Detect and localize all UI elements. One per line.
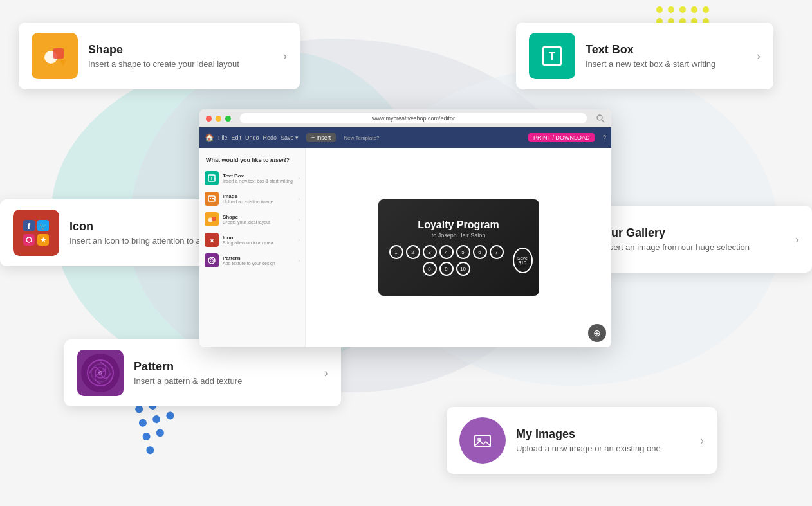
textbox-icon: T: [539, 43, 565, 69]
textbox-card-title: Text Box: [586, 43, 749, 57]
textbox-card-text: Text Box Insert a new text box & start w…: [586, 43, 749, 69]
pattern-svg: [83, 356, 118, 390]
shape-card-icon: [32, 33, 78, 79]
shape-card-text: Shape Insert a shape to create your idea…: [88, 43, 275, 69]
loyalty-card: Loyalty Program to Joseph Hair Salon 1 2…: [378, 199, 539, 296]
sidebar-image-item[interactable]: Image Upload an existing image ›: [199, 189, 305, 208]
textbox-card-icon: T: [529, 33, 575, 79]
nav-file[interactable]: File: [218, 134, 228, 141]
sidebar-shape-text: Shape Create your ideal layout: [223, 214, 294, 224]
shape-icon: [42, 43, 68, 69]
svg-text:T: T: [549, 51, 555, 62]
svg-text:f: f: [28, 221, 31, 231]
svg-point-21: [597, 115, 602, 120]
loyalty-circles: 1 2 3 4 5 6 7 8 9 10: [385, 245, 508, 276]
zoom-button[interactable]: ⊕: [588, 324, 606, 342]
sidebar-icon-icon: ★: [205, 233, 219, 247]
sidebar-icon-text: Icon Bring attention to an area: [223, 235, 294, 245]
browser-content: What would you like to insert? T Text Bo…: [199, 148, 611, 347]
insert-btn[interactable]: + Insert: [306, 133, 336, 142]
gallery-card-title: Our Gallery: [602, 226, 788, 240]
loyalty-circle-9: 9: [439, 262, 454, 276]
loyalty-circle-6: 6: [473, 245, 487, 259]
sidebar-pattern-icon: [205, 253, 219, 267]
gallery-card-text: Our Gallery Insert an image from our hug…: [602, 226, 788, 252]
textbox-card-desc: Insert a new text box & start writing: [586, 59, 749, 69]
icon-icon: f 🐦 ★: [22, 219, 50, 247]
nav-redo[interactable]: Redo: [263, 134, 277, 141]
svg-line-22: [602, 120, 604, 122]
nav-edit[interactable]: Edit: [232, 134, 242, 141]
svg-text:★: ★: [40, 235, 47, 244]
myimages-card-text: My Images Upload a new image or an exist…: [516, 428, 692, 453]
svg-rect-27: [212, 217, 216, 221]
sidebar-textbox-item[interactable]: T Text Box Insert a new text box & start…: [199, 168, 305, 188]
new-template-label: New Template?: [344, 135, 379, 141]
shape-card-title: Shape: [88, 43, 275, 57]
shape-card-arrow: ›: [283, 50, 287, 63]
browser-dot-red: [206, 116, 212, 122]
sidebar-textbox-text: Text Box Insert a new text box & start w…: [223, 173, 294, 183]
browser-main-canvas: Loyalty Program to Joseph Hair Salon 1 2…: [306, 148, 611, 347]
loyalty-save-badge: Save $10: [513, 248, 533, 273]
browser-nav: 🏠 File Edit Undo Redo Save ▾ + Insert Ne…: [199, 127, 611, 148]
shape-card[interactable]: Shape Insert a shape to create your idea…: [19, 23, 300, 89]
svg-point-30: [210, 259, 214, 262]
textbox-card[interactable]: T Text Box Insert a new text box & start…: [516, 23, 773, 89]
loyalty-circle-10: 10: [456, 262, 470, 276]
gallery-card-desc: Insert an image from our huge selection: [602, 242, 788, 252]
browser-url-text: www.mycreativeshop.com/editor: [372, 115, 455, 122]
loyalty-circle-1: 1: [389, 245, 403, 259]
svg-rect-1: [53, 48, 64, 59]
myimages-card-icon: [459, 417, 506, 464]
browser-dot-yellow: [216, 116, 221, 122]
loyalty-circle-5: 5: [456, 245, 470, 259]
browser-mockup: www.mycreativeshop.com/editor 🏠 File Edi…: [199, 109, 611, 347]
pattern-card-text: Pattern Insert a pattern & add texture: [134, 360, 317, 386]
sidebar-textbox-icon: T: [205, 171, 219, 185]
icon-card-icon: f 🐦 ★: [13, 210, 59, 256]
sidebar-pattern-text: Pattern Add texture to your design: [223, 255, 294, 266]
pattern-card-desc: Insert a pattern & add texture: [134, 376, 317, 386]
loyalty-title: Loyalty Program: [418, 219, 499, 231]
sidebar-image-text: Image Upload an existing image: [223, 194, 294, 204]
svg-text:★: ★: [209, 237, 215, 244]
sidebar-shape-icon: [205, 212, 219, 226]
browser-url-bar[interactable]: www.mycreativeshop.com/editor: [240, 113, 587, 123]
pattern-card[interactable]: Pattern Insert a pattern & add texture ›: [64, 339, 341, 406]
gallery-card-arrow: ›: [795, 233, 799, 246]
myimages-card-desc: Upload a new image or an existing one: [516, 444, 692, 453]
myimages-card[interactable]: My Images Upload a new image or an exist…: [447, 407, 717, 474]
sidebar-image-icon: [205, 192, 219, 206]
print-download-btn[interactable]: PRINT / DOWNLOAD: [528, 133, 595, 142]
svg-text:T: T: [210, 176, 214, 181]
browser-bar: www.mycreativeshop.com/editor: [199, 109, 611, 127]
svg-text:🐦: 🐦: [39, 222, 48, 230]
pattern-card-arrow: ›: [324, 366, 328, 380]
browser-dot-green: [225, 116, 231, 122]
sidebar-pattern-item[interactable]: Pattern Add texture to your design ›: [199, 251, 305, 270]
myimages-card-arrow: ›: [700, 434, 704, 447]
sidebar-icon-item[interactable]: ★ Icon Bring attention to an area ›: [199, 230, 305, 249]
shape-card-desc: Insert a shape to create your ideal layo…: [88, 59, 275, 69]
help-icon[interactable]: ?: [602, 134, 606, 141]
pattern-card-title: Pattern: [134, 360, 317, 374]
loyalty-circle-7: 7: [490, 245, 504, 259]
pattern-icon: [81, 354, 120, 392]
browser-sidebar: What would you like to insert? T Text Bo…: [199, 148, 306, 347]
myimages-card-title: My Images: [516, 428, 692, 441]
svg-marker-2: [60, 60, 66, 66]
nav-save[interactable]: Save ▾: [281, 134, 299, 141]
sidebar-shape-item[interactable]: Shape Create your ideal layout ›: [199, 210, 305, 229]
loyalty-subtitle: to Joseph Hair Salon: [432, 232, 486, 239]
loyalty-circle-8: 8: [423, 262, 437, 276]
nav-undo[interactable]: Undo: [245, 134, 259, 141]
loyalty-circle-3: 3: [423, 245, 437, 259]
pattern-card-icon: [77, 350, 124, 396]
loyalty-circle-4: 4: [439, 245, 454, 259]
svg-rect-9: [23, 234, 35, 246]
browser-search-icon: [596, 114, 605, 123]
sidebar-question: What would you like to insert?: [199, 154, 305, 168]
textbox-card-arrow: ›: [757, 50, 761, 63]
myimages-icon: [470, 428, 495, 453]
